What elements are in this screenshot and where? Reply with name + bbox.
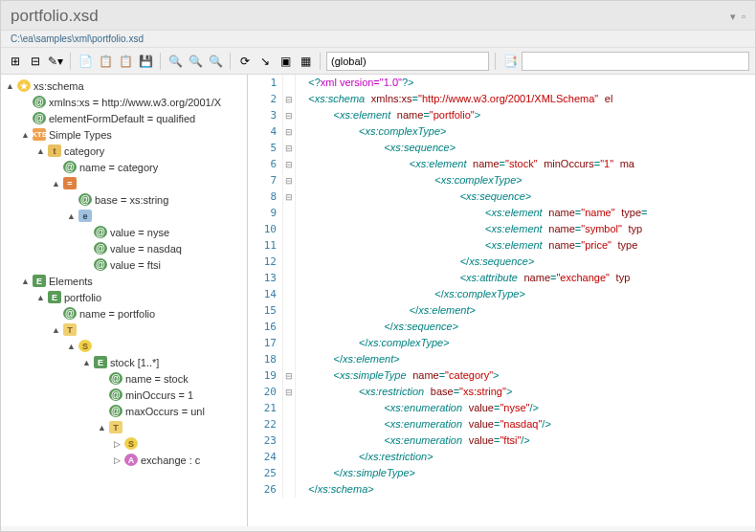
fold-icon[interactable]: ⊟ <box>282 107 296 123</box>
code-text[interactable]: <xs:schema xmlns:xs="http://www.w3.org/2… <box>296 93 755 105</box>
code-line[interactable]: 24 </xs:restriction> <box>248 449 755 465</box>
expand-icon[interactable]: ▲ <box>20 276 31 286</box>
tree-node[interactable]: @name = stock <box>1 370 247 387</box>
tree-node[interactable]: ▲★xs:schema <box>1 78 247 94</box>
code-text[interactable]: <xs:sequence> <box>296 142 755 154</box>
tree-node[interactable]: @value = nasdaq <box>1 240 247 256</box>
tree-node[interactable]: @xmlns:xs = http://www.w3.org/2001/X <box>1 94 247 110</box>
code-text[interactable]: <xs:enumeration value="nasdaq"/> <box>296 418 755 431</box>
tree-node[interactable]: ▲tcategory <box>1 143 247 159</box>
code-line[interactable]: 22 <xs:enumeration value="nasdaq"/> <box>248 416 755 432</box>
code-text[interactable]: </xs:element> <box>296 304 755 317</box>
code-text[interactable]: <xs:restriction base="xs:string"> <box>296 386 755 398</box>
code-text[interactable]: </xs:complexType> <box>296 288 755 300</box>
fold-icon[interactable]: ⊟ <box>282 156 296 172</box>
tb-paste-icon[interactable]: 📋 <box>117 53 134 70</box>
maximize-icon[interactable]: ▫ <box>742 11 745 23</box>
code-line[interactable]: 25 </xs:simpleType> <box>248 465 755 481</box>
fold-icon[interactable]: ⊟ <box>282 123 296 140</box>
code-line[interactable]: 15 </xs:element> <box>248 302 755 319</box>
code-line[interactable]: 13 <xs:attribute name="exchange" typ <box>248 270 755 286</box>
tree-node[interactable]: ▲EElements <box>1 273 247 289</box>
tree-node[interactable]: ▲Eportfolio <box>1 289 247 305</box>
tb-list-icon[interactable]: ⊟ <box>27 53 44 70</box>
tree-node[interactable]: @name = portfolio <box>1 305 247 321</box>
code-line[interactable]: 2⊟ <xs:schema xmlns:xs="http://www.w3.or… <box>248 91 755 107</box>
tb-window-icon[interactable]: ▣ <box>277 53 294 70</box>
code-line[interactable]: 14 </xs:complexType> <box>248 286 755 302</box>
code-text[interactable]: <xs:complexType> <box>296 125 755 138</box>
scope-select[interactable] <box>326 52 489 71</box>
tree-node[interactable]: ▲e <box>1 208 247 224</box>
tb-edit-icon[interactable]: ✎▾ <box>47 53 64 70</box>
search-input[interactable] <box>522 52 749 71</box>
tb-goto-icon[interactable]: 🔍 <box>207 53 224 70</box>
code-line[interactable]: 12 </xs:sequence> <box>248 254 755 270</box>
code-text[interactable]: </xs:restriction> <box>296 451 755 463</box>
code-text[interactable]: </xs:simpleType> <box>296 467 755 479</box>
tb-arrow-icon[interactable]: ↘ <box>256 53 274 70</box>
code-text[interactable]: <xs:element name="price" type <box>296 239 755 252</box>
source-editor[interactable]: 1 <?xml version="1.0"?>2⊟ <xs:schema xml… <box>248 75 755 526</box>
expand-icon[interactable]: ▲ <box>20 129 31 140</box>
tree-node[interactable]: @minOccurs = 1 <box>1 387 247 403</box>
code-line[interactable]: 7⊟ <xs:complexType> <box>248 172 755 188</box>
expand-icon[interactable]: ▲ <box>35 145 46 156</box>
code-text[interactable]: <?xml version="1.0"?> <box>296 77 755 89</box>
code-text[interactable]: <xs:element name="symbol" typ <box>296 223 755 235</box>
fold-icon[interactable]: ⊟ <box>282 172 296 188</box>
code-text[interactable]: <xs:element name="portfolio"> <box>296 109 755 122</box>
code-line[interactable]: 3⊟ <xs:element name="portfolio"> <box>248 107 755 123</box>
code-line[interactable]: 6⊟ <xs:element name="stock" minOccurs="1… <box>248 156 755 172</box>
tree-node[interactable]: ▷Aexchange : c <box>1 452 247 468</box>
tree-node[interactable]: ▲S <box>1 338 247 354</box>
tb-find-icon[interactable]: 🔍 <box>167 53 184 70</box>
code-text[interactable]: <xs:element name="stock" minOccurs="1" m… <box>296 158 755 170</box>
code-line[interactable]: 10 <xs:element name="symbol" typ <box>248 221 755 237</box>
code-text[interactable]: <xs:element name="name" type= <box>296 207 755 219</box>
expand-icon[interactable]: ▲ <box>35 292 46 302</box>
expand-icon[interactable]: ▲ <box>5 80 15 91</box>
fold-icon[interactable]: ⊟ <box>282 140 296 156</box>
code-line[interactable]: 4⊟ <xs:complexType> <box>248 123 755 140</box>
code-line[interactable]: 5⊟ <xs:sequence> <box>248 140 755 156</box>
code-line[interactable]: 20⊟ <xs:restriction base="xs:string"> <box>248 384 755 400</box>
expand-icon[interactable]: ▲ <box>66 211 77 221</box>
code-text[interactable]: <xs:enumeration value="nyse"/> <box>296 402 755 414</box>
tb-new-icon[interactable]: 📄 <box>77 53 94 70</box>
tb-refresh-icon[interactable]: ⟳ <box>236 53 254 70</box>
expand-icon[interactable]: ▷ <box>112 438 122 449</box>
code-text[interactable]: </xs:element> <box>296 353 755 366</box>
code-line[interactable]: 8⊟ <xs:sequence> <box>248 188 755 205</box>
tree-node[interactable]: @base = xs:string <box>1 191 247 208</box>
tb-save-icon[interactable]: 💾 <box>137 53 154 70</box>
schema-tree[interactable]: ▲★xs:schema@xmlns:xs = http://www.w3.org… <box>1 75 248 526</box>
code-text[interactable]: <xs:complexType> <box>296 174 755 187</box>
code-line[interactable]: 16 </xs:sequence> <box>248 319 755 335</box>
tree-node[interactable]: @name = category <box>1 159 247 175</box>
expand-icon[interactable]: ▲ <box>51 324 61 335</box>
tb-grid-icon[interactable]: ▦ <box>297 53 314 70</box>
code-line[interactable]: 1 <?xml version="1.0"?> <box>248 75 755 91</box>
tree-node[interactable]: ▲T <box>1 321 247 338</box>
code-line[interactable]: 21 <xs:enumeration value="nyse"/> <box>248 400 755 416</box>
code-line[interactable]: 9 <xs:element name="name" type= <box>248 205 755 221</box>
code-line[interactable]: 26 </xs:schema> <box>248 481 755 498</box>
expand-icon[interactable]: ▷ <box>112 454 122 465</box>
tree-node[interactable]: ▲= <box>1 175 247 191</box>
expand-icon[interactable]: ▲ <box>97 422 107 432</box>
expand-icon[interactable]: ▲ <box>81 357 92 367</box>
fold-icon[interactable]: ⊟ <box>282 367 296 384</box>
code-text[interactable]: </xs:sequence> <box>296 321 755 333</box>
tree-node[interactable]: ▲KTSSimple Types <box>1 126 247 143</box>
code-text[interactable]: </xs:complexType> <box>296 337 755 349</box>
dropdown-icon[interactable]: ▾ <box>730 11 736 23</box>
code-text[interactable]: <xs:sequence> <box>296 190 755 203</box>
code-text[interactable]: <xs:enumeration value="ftsi"/> <box>296 434 755 447</box>
code-line[interactable]: 11 <xs:element name="price" type <box>248 237 755 254</box>
code-line[interactable]: 17 </xs:complexType> <box>248 335 755 351</box>
expand-icon[interactable]: ▲ <box>51 178 61 188</box>
fold-icon[interactable]: ⊟ <box>282 91 296 107</box>
tree-node[interactable]: @maxOccurs = unl <box>1 403 247 419</box>
code-line[interactable]: 23 <xs:enumeration value="ftsi"/> <box>248 432 755 449</box>
